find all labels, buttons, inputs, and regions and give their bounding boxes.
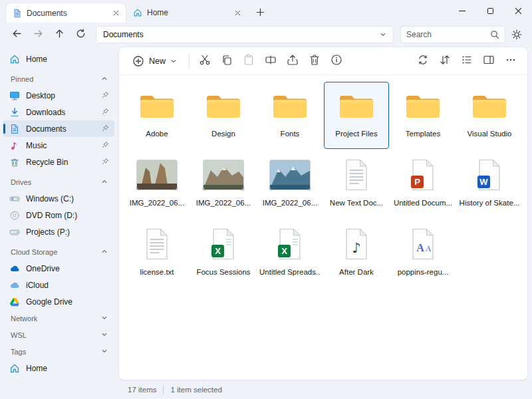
file-item-design[interactable]: Design	[191, 82, 256, 149]
sidebar-item-home[interactable]: Home	[3, 51, 114, 67]
file-item-img-2022-06[interactable]: IMG_2022_06...	[191, 151, 256, 218]
minimize-button[interactable]	[448, 0, 476, 21]
paste-button[interactable]	[239, 51, 259, 71]
sidebar-item-windows-c[interactable]: Windows (C:)	[3, 190, 114, 207]
file-item-adobe[interactable]: Adobe	[124, 82, 190, 149]
folder-icon	[271, 86, 309, 125]
chevron-down-icon[interactable]	[101, 315, 108, 323]
window-controls	[448, 0, 532, 21]
up-button[interactable]	[51, 26, 68, 43]
file-item-templates[interactable]: Templates	[390, 82, 456, 149]
sidebar-item-home[interactable]: Home	[3, 360, 114, 376]
sidebar-item-music[interactable]: Music	[3, 137, 114, 154]
sidebar-group-wsl[interactable]: WSL	[3, 327, 114, 343]
google-drive-icon	[9, 297, 20, 307]
sidebar-item-dvd-rom-d[interactable]: DVD Rom (D:)	[3, 207, 114, 223]
file-name: Design	[211, 130, 235, 138]
file-item-history-of-skate[interactable]: WHistory of Skate...	[457, 151, 522, 218]
music-icon: ♪	[344, 225, 369, 263]
sidebar-item-projects-p[interactable]: Projects (P:)	[3, 223, 114, 240]
sidebar-section-cloud-storage[interactable]: Cloud Storage	[3, 244, 114, 260]
sidebar-section-pinned[interactable]: Pinned	[3, 71, 114, 87]
address-bar[interactable]: Documents	[96, 26, 394, 43]
view-button[interactable]	[457, 51, 477, 71]
up-icon	[55, 29, 65, 41]
refresh-button[interactable]	[72, 26, 89, 43]
file-name: Templates	[406, 130, 440, 138]
pin-icon	[102, 108, 109, 117]
sidebar-item-onedrive[interactable]: OneDrive	[3, 260, 114, 277]
back-button[interactable]	[8, 26, 25, 43]
new-tab-button[interactable]	[251, 3, 269, 21]
file-item-untitled-spreads[interactable]: XUntitled Spreads...	[257, 220, 323, 287]
sidebar-item-label: iCloud	[26, 281, 109, 290]
cut-button[interactable]	[195, 51, 215, 71]
view-icon	[461, 54, 473, 68]
sidebar-section-drives[interactable]: Drives	[3, 174, 114, 190]
onedrive-icon	[9, 263, 20, 274]
tab-close-icon[interactable]	[110, 7, 122, 19]
tab-documents[interactable]: Documents	[5, 3, 126, 23]
sort-button[interactable]	[435, 51, 455, 71]
settings-button[interactable]	[508, 26, 525, 43]
sidebar-item-desktop[interactable]: Desktop	[3, 87, 114, 104]
sidebar-item-documents[interactable]: Documents	[3, 120, 114, 137]
file-item-img-2022-06[interactable]: IMG_2022_06...	[124, 151, 190, 218]
svg-text:♪: ♪	[352, 240, 360, 256]
windows-drive-icon	[9, 194, 20, 204]
file-item-untitled-docum[interactable]: PUntitled Docum...	[390, 151, 456, 218]
tab-home[interactable]: Home	[126, 3, 247, 23]
window-body: HomePinnedDesktopDownloadsDocumentsMusic…	[0, 47, 532, 399]
sidebar-group-tags[interactable]: Tags	[3, 343, 114, 360]
chevron-up-icon[interactable]	[101, 178, 108, 186]
chevron-down-icon[interactable]	[380, 31, 386, 38]
forward-icon	[33, 29, 43, 41]
image-icon	[136, 156, 178, 194]
forward-button[interactable]	[29, 26, 47, 43]
chevron-down-icon[interactable]	[101, 348, 108, 356]
back-icon	[12, 29, 22, 41]
properties-button[interactable]	[327, 51, 346, 71]
copy-button[interactable]	[217, 51, 237, 71]
search-input[interactable]	[406, 30, 490, 39]
share-button[interactable]	[283, 51, 303, 71]
chevron-up-icon[interactable]	[101, 75, 108, 83]
sync-button[interactable]	[413, 51, 433, 71]
file-name: poppins-regu...	[398, 268, 449, 276]
file-name: Untitled Docum...	[394, 199, 452, 207]
drive-icon	[9, 227, 20, 237]
close-button[interactable]	[504, 0, 532, 21]
sidebar-item-label: Downloads	[26, 108, 96, 117]
file-item-fonts[interactable]: Fonts	[257, 82, 323, 149]
sidebar-item-recycle-bin[interactable]: Recycle Bin	[3, 154, 114, 170]
tab-strip: DocumentsHome	[5, 3, 247, 23]
file-item-license-txt[interactable]: license.txt	[124, 220, 190, 287]
file-item-focus-sessions[interactable]: XFocus Sessions	[191, 220, 256, 287]
chevron-up-icon[interactable]	[101, 248, 108, 256]
file-name: Focus Sessions	[196, 268, 250, 276]
preview-pane-icon	[483, 54, 495, 68]
rename-button[interactable]	[261, 51, 281, 71]
svg-text:X: X	[215, 246, 221, 256]
chevron-down-icon[interactable]	[101, 331, 108, 339]
file-name: Adobe	[146, 130, 168, 138]
file-item-img-2022-06[interactable]: IMG_2022_06...	[257, 151, 323, 218]
more-options-button[interactable]	[501, 51, 521, 71]
sidebar-item-icloud[interactable]: iCloud	[3, 277, 114, 293]
maximize-button[interactable]	[476, 0, 504, 21]
file-item-poppins-regu[interactable]: AApoppins-regu...	[390, 220, 456, 287]
new-button[interactable]: New	[126, 51, 184, 71]
sidebar-item-google-drive[interactable]: Google Drive	[3, 293, 114, 310]
file-item-visual-studio[interactable]: Visual Studio	[457, 82, 522, 149]
file-item-after-dark[interactable]: ♪After Dark	[324, 220, 389, 287]
file-item-project-files[interactable]: Project Files	[324, 82, 389, 149]
tab-close-icon[interactable]	[231, 7, 243, 19]
delete-button[interactable]	[305, 51, 325, 71]
sidebar-group-network[interactable]: Network	[3, 310, 114, 327]
search-box[interactable]	[400, 26, 505, 43]
home-tab-icon	[133, 8, 142, 17]
file-item-new-text-doc[interactable]: New Text Doc...	[324, 151, 389, 218]
sidebar-item-downloads[interactable]: Downloads	[3, 104, 114, 120]
folder-icon	[471, 86, 508, 125]
preview-pane-button[interactable]	[479, 51, 499, 71]
